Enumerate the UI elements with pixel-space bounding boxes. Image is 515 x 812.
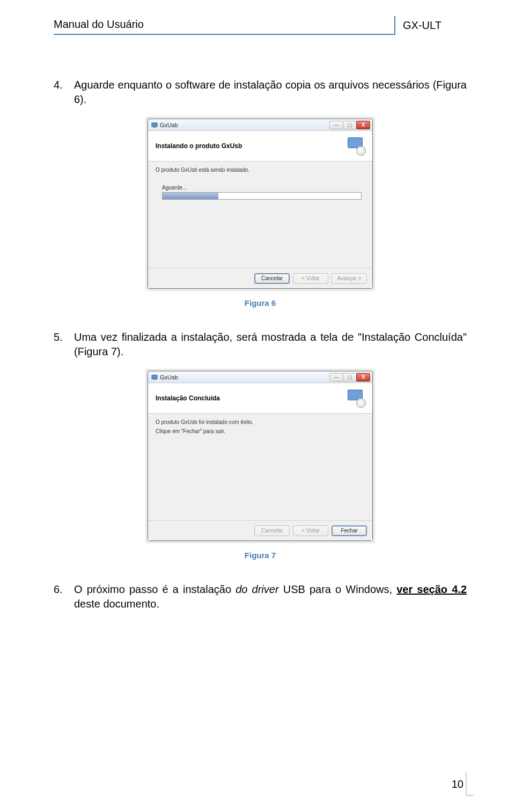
dialog-banner: Instalando o produto GxUsb [148, 131, 372, 162]
figure-6-caption: Figura 6 [54, 298, 467, 308]
step-text: O próximo passo é a instalação do driver… [74, 582, 467, 611]
figure-7: GxUsb — ▢ X Instalação Concluída O produ… [54, 369, 467, 543]
dialog-body: O produto GxUsb está sendo instalado. Ag… [148, 162, 372, 268]
dialog-heading: Instalação Concluída [156, 394, 341, 402]
status-text-2: Clique em "Fechar" para sair. [156, 428, 365, 434]
installer-icon [347, 136, 366, 156]
status-text: O produto GxUsb está sendo instalado. [156, 167, 365, 173]
page-number: 10 [452, 778, 464, 791]
dialog-titlebar: GxUsb — ▢ X [148, 119, 372, 131]
figure-6: GxUsb — ▢ X Instalando o produto GxUsb O… [54, 116, 467, 291]
next-button: Avançar > [332, 273, 367, 284]
minimize-button[interactable]: — [329, 121, 343, 129]
dialog-titlebar: GxUsb — ▢ X [148, 371, 372, 383]
app-icon [151, 374, 158, 381]
dialog-banner: Instalação Concluída [148, 383, 372, 414]
step-5: 5. Uma vez finalizada a instalação, será… [54, 330, 467, 359]
dialog-heading: Instalando o produto GxUsb [156, 142, 341, 150]
maximize-button[interactable]: ▢ [343, 373, 357, 382]
step-4: 4. Aguarde enquanto o software de instal… [54, 78, 467, 107]
wait-label: Aguarde... [162, 185, 365, 191]
installer-icon [347, 389, 366, 408]
dialog-body: O produto GxUsb foi instalado com êxito.… [148, 414, 372, 520]
cancel-button[interactable]: Cancelar [254, 273, 290, 284]
page-number-rule [466, 795, 474, 796]
step-number: 5. [54, 330, 69, 359]
dialog-footer: Cancelar < Voltar Fechar [148, 520, 372, 540]
t: O próximo passo é a instalação [74, 583, 236, 595]
installer-dialog-complete: GxUsb — ▢ X Instalação Concluída O produ… [148, 371, 373, 541]
svg-rect-0 [152, 123, 157, 127]
document-header: Manual do Usuário GX-ULT [54, 16, 467, 35]
progress-bar [162, 192, 362, 200]
dialog-footer: Cancelar < Voltar Avançar > [148, 268, 372, 288]
minimize-button[interactable]: — [329, 373, 343, 382]
back-button: < Voltar [293, 273, 328, 284]
svg-rect-2 [152, 375, 157, 379]
header-left: Manual do Usuário [54, 18, 394, 35]
svg-rect-1 [153, 127, 156, 128]
step-text: Aguarde enquanto o software de instalaçã… [74, 78, 467, 107]
page-number-rule [466, 772, 467, 796]
dialog-title: GxUsb [160, 374, 328, 381]
close-button[interactable]: X [356, 373, 370, 382]
t: deste documento. [74, 598, 159, 610]
figure-7-caption: Figura 7 [54, 551, 467, 560]
status-text-1: O produto GxUsb foi instalado com êxito. [156, 419, 365, 425]
cancel-button: Cancelar [254, 525, 290, 536]
section-link[interactable]: ver seção 4.2 [396, 583, 467, 595]
close-button[interactable]: X [356, 121, 370, 129]
step-text: Uma vez finalizada a instalação, será mo… [74, 330, 467, 359]
close-action-button[interactable]: Fechar [332, 525, 367, 536]
t: USB para o Windows, [279, 583, 397, 595]
step-number: 6. [54, 582, 69, 611]
step-number: 4. [54, 78, 69, 107]
maximize-button[interactable]: ▢ [343, 121, 357, 129]
installer-dialog-installing: GxUsb — ▢ X Instalando o produto GxUsb O… [148, 119, 373, 289]
dialog-title: GxUsb [160, 122, 328, 128]
svg-rect-3 [153, 379, 156, 380]
t-italic: do driver [236, 583, 278, 595]
app-icon [151, 122, 158, 128]
step-6: 6. O próximo passo é a instalação do dri… [54, 582, 467, 611]
header-right: GX-ULT [394, 16, 467, 35]
back-button: < Voltar [293, 525, 328, 536]
